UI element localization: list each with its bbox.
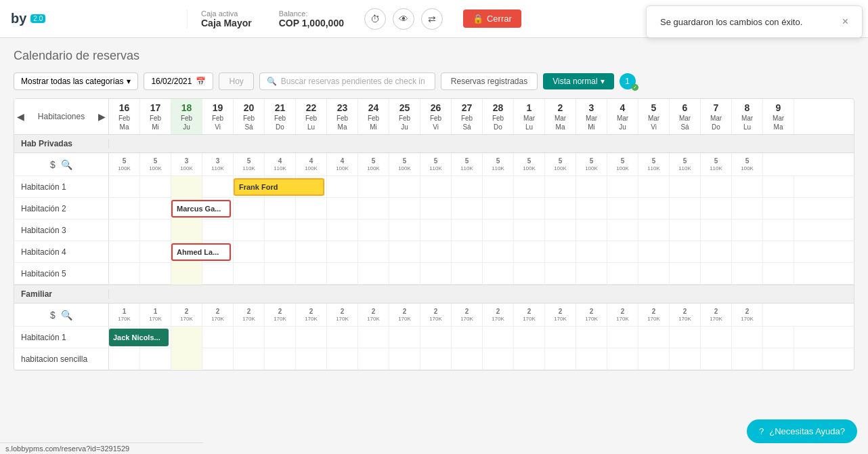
price-cell[interactable]: 5110K (670, 153, 701, 176)
room-cell (109, 176, 140, 198)
room-cell (576, 220, 607, 241)
room-cell (358, 263, 389, 285)
price-cell[interactable]: 2170K (483, 304, 514, 326)
toast-close-button[interactable]: × (842, 16, 848, 28)
next-arrow[interactable]: ▶ (98, 111, 106, 122)
price-cell[interactable]: 5110K (452, 153, 483, 176)
price-cell[interactable]: 5100K (576, 153, 607, 176)
reservas-registradas-button[interactable]: Reservas registradas (441, 73, 538, 90)
room-cell (234, 263, 265, 285)
price-cell[interactable]: 4110K (265, 153, 296, 176)
room-row-Habitación-5: Habitación 5 (14, 263, 854, 285)
room-cell (109, 198, 140, 220)
price-cell[interactable]: 2170K (389, 304, 420, 326)
caja-label: Caja activa (201, 9, 252, 18)
room-cell (607, 198, 638, 220)
prev-arrow[interactable]: ◀ (17, 111, 24, 122)
room-cell (327, 220, 358, 241)
price-cell[interactable]: 2170K (732, 304, 763, 326)
room-cell (452, 327, 483, 348)
room-cell (483, 348, 514, 370)
price-cell[interactable]: 5100K (545, 153, 576, 176)
room-cell (670, 241, 701, 263)
room-cell (638, 220, 670, 241)
price-cell[interactable]: 3110K (202, 153, 234, 176)
search-reservas-input[interactable]: 🔍 Buscar reservas pendientes de check in (259, 73, 435, 90)
room-cell (389, 263, 420, 285)
transfer-icon[interactable]: ⇄ (421, 8, 443, 30)
price-cell[interactable]: 2170K (202, 304, 234, 326)
price-cell[interactable]: 5100K (607, 153, 638, 176)
room-cell (670, 348, 701, 370)
price-cell[interactable]: 2170K (296, 304, 327, 326)
price-icons-1[interactable]: $🔍 (14, 304, 109, 326)
room-cells: Frank Ford (109, 176, 854, 197)
date-cell-9Mar: 9MarMa (763, 99, 794, 134)
price-cell[interactable]: 4100K (327, 153, 358, 176)
room-cell (452, 176, 483, 198)
price-cell[interactable]: 5110K (483, 153, 514, 176)
eye-icon[interactable]: 👁 (393, 8, 414, 30)
date-input[interactable]: 16/02/2021 📅 (144, 73, 213, 90)
price-cell[interactable]: 5100K (514, 153, 545, 176)
date-cell-5Mar: 5MarVi (638, 99, 670, 134)
price-cell[interactable]: 5110K (701, 153, 732, 176)
hoy-button[interactable]: Hoy (219, 73, 253, 90)
price-cell[interactable]: 5110K (638, 153, 670, 176)
price-cell[interactable]: 4100K (296, 153, 327, 176)
price-cell[interactable]: 2170K (358, 304, 389, 326)
room-cell (701, 327, 732, 348)
price-cell[interactable]: 5100K (109, 153, 140, 176)
room-cell (545, 263, 576, 285)
room-cell (389, 241, 420, 263)
price-cell[interactable]: 2170K (638, 304, 670, 326)
price-cell[interactable]: 2170K (452, 304, 483, 326)
room-cell (607, 263, 638, 285)
price-cell[interactable]: 5100K (389, 153, 420, 176)
price-cell[interactable]: 2170K (234, 304, 265, 326)
history-icon[interactable]: ⏱ (364, 8, 386, 30)
date-cell-24Feb: 24FebMi (358, 99, 389, 134)
price-cell[interactable]: 5100K (358, 153, 389, 176)
room-cell (327, 176, 358, 198)
room-cells: Jack Nicols... (109, 327, 854, 348)
room-cell (234, 327, 265, 348)
price-cell[interactable]: 2170K (576, 304, 607, 326)
help-button[interactable]: ? ¿Necesitas Ayuda? (747, 419, 857, 443)
room-label: Habitación 4 (14, 241, 109, 262)
price-cell[interactable]: 5100K (140, 153, 171, 176)
booking-block[interactable]: Marcus Ga... (171, 200, 231, 218)
booking-block[interactable]: Ahmed La... (171, 243, 231, 261)
date-cell-8Mar: 8MarLu (732, 99, 763, 134)
price-icons-0[interactable]: $🔍 (14, 153, 109, 176)
room-cell (701, 348, 732, 370)
vista-normal-button[interactable]: Vista normal ▾ (543, 73, 613, 89)
price-cell[interactable]: 1170K (109, 304, 140, 326)
price-cells-1: 1170K1170K2170K2170K2170K2170K2170K2170K… (109, 304, 854, 326)
date-cell-23Feb: 23FebMa (327, 99, 358, 134)
room-cell (296, 263, 327, 285)
booking-block[interactable]: Frank Ford (234, 178, 324, 196)
price-cell[interactable]: 2170K (607, 304, 638, 326)
price-cell[interactable]: 2170K (171, 304, 202, 326)
room-cell (483, 176, 514, 198)
price-cell[interactable]: 5110K (420, 153, 452, 176)
price-cell[interactable]: 2170K (701, 304, 732, 326)
balance-value: COP 1,000,000 (279, 18, 344, 28)
category-select[interactable]: Mostrar todas las categorías ▾ (14, 73, 138, 90)
price-cell[interactable]: 2170K (265, 304, 296, 326)
room-cell (265, 327, 296, 348)
price-cell[interactable]: 2170K (420, 304, 452, 326)
price-cell[interactable]: 2170K (670, 304, 701, 326)
price-cell[interactable]: 5110K (234, 153, 265, 176)
cerrar-button[interactable]: 🔒 Cerrar (463, 9, 521, 28)
price-cell[interactable]: 2170K (545, 304, 576, 326)
room-cell (732, 241, 763, 263)
room-cell (358, 220, 389, 241)
price-cell[interactable]: 5100K (732, 153, 763, 176)
price-cell[interactable]: 1170K (140, 304, 171, 326)
price-cell[interactable]: 3100K (171, 153, 202, 176)
price-cell[interactable]: 2170K (514, 304, 545, 326)
price-cell[interactable]: 2170K (327, 304, 358, 326)
booking-block[interactable]: Jack Nicols... (109, 329, 169, 346)
